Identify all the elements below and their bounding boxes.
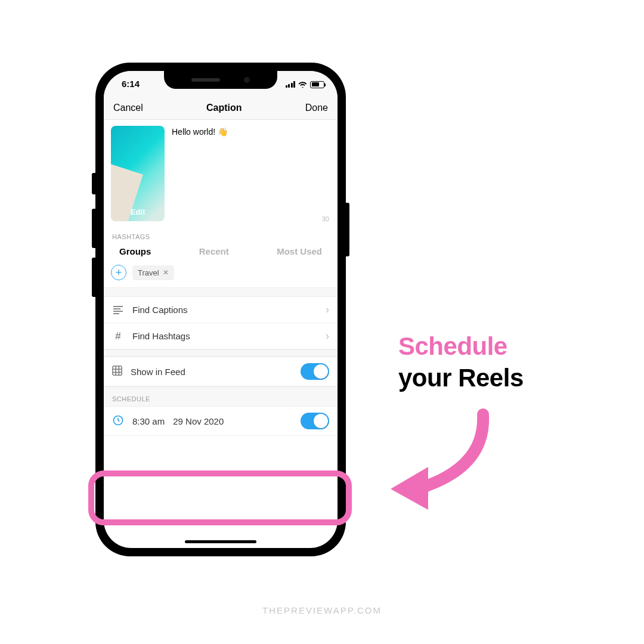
highlight-box [88,470,352,525]
chevron-right-icon: › [326,304,329,316]
caption-area: Edit Hello world! 👋 30 [104,120,338,225]
remove-pill-icon[interactable]: ✕ [163,268,169,277]
arrow-icon [370,397,513,516]
schedule-row[interactable]: 8:30 am 29 Nov 2020 [104,406,338,436]
done-button[interactable]: Done [305,103,328,113]
char-count: 30 [322,215,329,222]
add-group-button[interactable]: + [111,265,126,280]
nav-header: Cancel Caption Done [104,96,338,120]
hashtags-label: HASHTAGS [104,225,338,244]
watermark: THEPREVIEWAPP.COM [0,605,644,615]
tab-most-used[interactable]: Most Used [277,246,322,256]
clock-icon [112,414,124,428]
find-captions-row[interactable]: Find Captions › [104,297,338,323]
show-in-feed-toggle[interactable] [301,363,329,380]
status-time: 6:14 [122,79,140,89]
find-hashtags-label: Find Hashtags [132,331,190,341]
find-captions-label: Find Captions [132,305,188,315]
cancel-button[interactable]: Cancel [113,103,143,113]
battery-icon [310,81,324,88]
schedule-label: SCHEDULE [104,386,338,406]
show-in-feed-label: Show in Feed [131,367,185,377]
schedule-date: 29 Nov 2020 [173,416,224,426]
show-in-feed-row: Show in Feed [104,357,338,386]
tab-groups[interactable]: Groups [119,246,151,256]
signal-icon [286,81,296,88]
schedule-toggle[interactable] [301,413,329,429]
wifi-icon [298,81,307,88]
svg-rect-0 [113,366,122,375]
hashtag-group-pill[interactable]: Travel ✕ [132,265,174,280]
schedule-time: 8:30 am [132,416,165,426]
find-hashtags-row[interactable]: # Find Hashtags › [104,323,338,349]
lines-icon [112,306,124,314]
caption-input[interactable]: Hello world! 👋 [172,126,228,221]
pill-label: Travel [138,268,159,277]
notch [164,71,277,89]
page-title: Caption [206,103,242,113]
annotation-text: Schedule your Reels [398,331,524,394]
grid-icon [112,366,122,377]
tab-recent[interactable]: Recent [199,246,229,256]
home-indicator [185,540,256,543]
hashtag-tabs: Groups Recent Most Used [104,244,338,262]
media-thumbnail[interactable]: Edit [111,126,165,221]
hashtag-groups-row: + Travel ✕ [104,262,338,287]
edit-button[interactable]: Edit [111,208,165,216]
annotation-line2: your Reels [398,363,524,394]
annotation-line1: Schedule [398,331,524,363]
chevron-right-icon: › [326,330,329,342]
hashtag-icon: # [112,330,124,342]
